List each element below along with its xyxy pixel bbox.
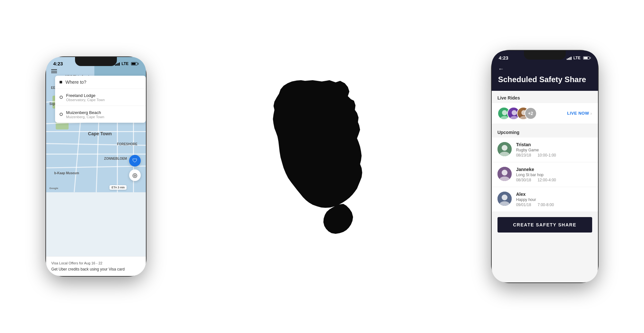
svg-point-2 (512, 110, 517, 115)
content-area: Live Rides (492, 91, 598, 238)
time-display2: 4:23 (499, 55, 508, 61)
lte-label: LTE (122, 62, 129, 66)
locate-button[interactable]: ◎ (129, 169, 141, 181)
bottom-sheet: Visa Local Offers for Aug 16 - 22 Get Ub… (46, 256, 146, 276)
tristan-info: Tristan Rugby Game 08/23/18 10:00-1:00 (516, 142, 592, 157)
result1-sub: Observatory, Cape Town (66, 98, 105, 102)
map-label-kaap: b-Kaap Museum (54, 171, 79, 175)
janneke-info: Janneke Long St bar hop 08/30/18 12:00-4… (516, 167, 592, 182)
tristan-time: 08/23/18 10:00-1:00 (516, 153, 592, 157)
notch2 (524, 51, 566, 60)
location-pin-icon2 (60, 113, 63, 116)
tristan-name: Tristan (516, 142, 592, 147)
search-box[interactable]: Where to? Freeland Lodge Observatory, Ca… (55, 76, 146, 123)
search-where-to[interactable]: Where to? (55, 76, 146, 89)
screen-header: ← Scheduled Safety Share (492, 62, 598, 91)
promo-label: Visa Local Offers for Aug 16 - 22 (51, 261, 141, 265)
location-pin-icon1 (60, 96, 63, 99)
road7 (46, 166, 146, 168)
janneke-time: 08/30/18 12:00-4:00 (516, 178, 592, 182)
promo-desc: Get Uber credits back using your Visa ca… (51, 267, 141, 271)
eta-chip: ETA 3 min (109, 185, 127, 190)
signal-bars (115, 62, 120, 66)
create-safety-share-button[interactable]: CREATE SAFETY SHARE (497, 217, 592, 233)
svg-point-3 (510, 116, 519, 120)
live-now-button[interactable]: LIVE NOW › (567, 111, 592, 116)
result2-sub: Muizenberg, Cape Town (66, 115, 104, 119)
alex-name: Alex (516, 192, 592, 197)
live-rides-row[interactable]: +2 LIVE NOW › (492, 103, 598, 124)
avatar-stack: +2 (497, 107, 537, 120)
google-logo: Google (49, 187, 58, 190)
svg-point-1 (500, 116, 509, 120)
map-label-foreshore: FORESHORE (117, 142, 137, 146)
phone2-screen: 4:23 LTE ← S (492, 51, 598, 282)
upcoming-item-tristan[interactable]: Tristan Rugby Game 08/23/18 10:00-1:00 (492, 138, 598, 162)
signal-bars2 (567, 56, 572, 60)
phone-safety-share: 4:23 LTE ← S (492, 51, 598, 282)
shield-button[interactable]: 🛡 (129, 155, 141, 166)
phone1-screen: 4:23 LTE (46, 57, 146, 276)
janneke-event: Long St bar hop (516, 173, 592, 177)
upcoming-item-janneke[interactable]: Janneke Long St bar hop 08/30/18 12:00-4… (492, 162, 598, 187)
tristan-avatar (497, 142, 512, 156)
svg-point-10 (502, 170, 507, 176)
search-result-1[interactable]: Freeland Lodge Observatory, Cape Town (55, 89, 146, 106)
result2-name: Muizenberg Beach (66, 110, 101, 115)
svg-point-7 (502, 145, 507, 151)
map-label-zonnebloem: ZONNEBLOEM (104, 157, 127, 160)
janneke-avatar (497, 167, 512, 181)
phone-uber-map: 4:23 LTE (46, 57, 146, 276)
status-icons2: LTE (567, 56, 591, 60)
search-result-2[interactable]: Muizenberg Beach Muizenberg, Cape Town (55, 106, 146, 123)
road6 (46, 154, 146, 155)
time-display: 4:23 (53, 61, 63, 66)
hamburger-menu[interactable] (51, 69, 57, 73)
status-icons: LTE (115, 62, 139, 66)
cta-container: CREATE SAFETY SHARE (492, 212, 598, 238)
map-label-capetown: Cape Town (88, 131, 112, 136)
live-rides-header: Live Rides (492, 91, 598, 103)
alex-time: 09/01/18 7:00-8:00 (516, 203, 592, 207)
where-to-label: Where to? (65, 80, 86, 85)
lte-label2: LTE (573, 56, 581, 60)
battery-icon (131, 62, 139, 65)
africa-map-container (238, 57, 399, 276)
svg-point-13 (502, 195, 507, 200)
svg-point-0 (502, 110, 507, 115)
upcoming-header: Upcoming (492, 125, 598, 138)
janneke-name: Janneke (516, 167, 592, 172)
result1-name: Freeland Lodge (66, 93, 95, 98)
alex-event: Happy hour (516, 197, 592, 202)
battery-icon2 (583, 56, 591, 60)
top-overlay: Where to? Freeland Lodge Observatory, Ca… (46, 67, 146, 123)
avatar-count-badge: +2 (525, 107, 537, 119)
chevron-right-icon: › (590, 111, 592, 116)
upcoming-item-alex[interactable]: Alex Happy hour 09/01/18 7:00-8:00 (492, 187, 598, 212)
screen-title: Scheduled Safety Share (498, 75, 592, 84)
search-square-icon (60, 81, 62, 83)
alex-info: Alex Happy hour 09/01/18 7:00-8:00 (516, 192, 592, 207)
back-button[interactable]: ← (498, 66, 592, 72)
tristan-event: Rugby Game (516, 148, 592, 152)
africa-silhouette (258, 76, 380, 257)
status-bar-phone1: 4:23 LTE (46, 57, 146, 68)
alex-avatar (497, 192, 512, 206)
